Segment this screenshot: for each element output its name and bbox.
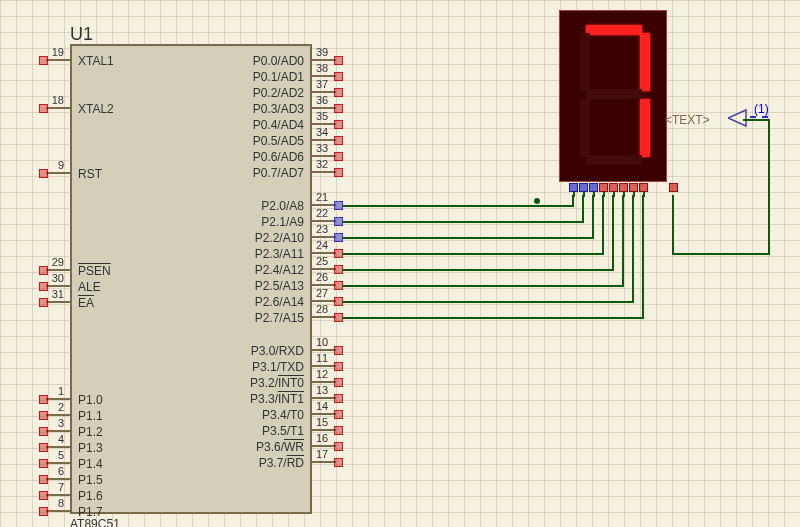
pin-stub xyxy=(312,397,336,399)
pin-label: RST xyxy=(78,167,102,181)
pin-terminal[interactable] xyxy=(334,120,343,129)
display-pin[interactable] xyxy=(629,183,638,192)
pin-label: P2.6/A14 xyxy=(242,295,304,309)
display-pin[interactable] xyxy=(569,183,578,192)
pin-number: 39 xyxy=(316,46,328,58)
pin-terminal[interactable] xyxy=(334,104,343,113)
pin-number: 31 xyxy=(46,288,64,300)
pin-terminal[interactable] xyxy=(39,169,48,178)
pin-label: P2.4/A12 xyxy=(242,263,304,277)
pin-number: 10 xyxy=(316,336,328,348)
pin-terminal[interactable] xyxy=(334,233,343,242)
pin-number: 3 xyxy=(46,417,64,429)
wire xyxy=(672,253,770,255)
pin-terminal[interactable] xyxy=(39,395,48,404)
pin-terminal[interactable] xyxy=(334,362,343,371)
pin-number: 18 xyxy=(46,94,64,106)
pin-terminal[interactable] xyxy=(334,88,343,97)
wire xyxy=(343,301,632,303)
display-pin[interactable] xyxy=(579,183,588,192)
pin-terminal[interactable] xyxy=(334,281,343,290)
display-pin[interactable] xyxy=(599,183,608,192)
display-pin[interactable] xyxy=(669,183,678,192)
pin-terminal[interactable] xyxy=(334,249,343,258)
pin-label: P3.5/T1 xyxy=(242,424,304,438)
pin-terminal[interactable] xyxy=(334,458,343,467)
pin-number: 1 xyxy=(46,385,64,397)
wire xyxy=(642,195,644,319)
pin-label: XTAL2 xyxy=(78,102,114,116)
display-pin[interactable] xyxy=(619,183,628,192)
seven-segment-display[interactable] xyxy=(559,10,667,182)
display-pin[interactable] xyxy=(609,183,618,192)
wire xyxy=(343,253,602,255)
pin-terminal[interactable] xyxy=(39,411,48,420)
segment-d xyxy=(586,155,642,165)
pin-terminal[interactable] xyxy=(334,168,343,177)
pin-terminal[interactable] xyxy=(334,297,343,306)
pin-number: 6 xyxy=(46,465,64,477)
pin-number: 5 xyxy=(46,449,64,461)
pin-label: P3.4/T0 xyxy=(242,408,304,422)
pin-terminal[interactable] xyxy=(39,56,48,65)
probe-label: (1) xyxy=(754,102,769,116)
display-pin[interactable] xyxy=(589,183,598,192)
pin-label: P0.4/AD4 xyxy=(242,118,304,132)
pin-terminal[interactable] xyxy=(39,491,48,500)
pin-terminal[interactable] xyxy=(334,201,343,210)
pin-label: P3.7/RD xyxy=(242,456,304,470)
pin-stub xyxy=(46,478,70,480)
pin-terminal[interactable] xyxy=(39,507,48,516)
pin-terminal[interactable] xyxy=(334,72,343,81)
pin-terminal[interactable] xyxy=(334,217,343,226)
segment-e xyxy=(580,99,590,157)
pin-terminal[interactable] xyxy=(39,475,48,484)
pin-terminal[interactable] xyxy=(39,443,48,452)
wire xyxy=(343,317,642,319)
pin-terminal[interactable] xyxy=(39,459,48,468)
pin-terminal[interactable] xyxy=(334,378,343,387)
voltage-probe-icon[interactable] xyxy=(728,108,752,128)
pin-terminal[interactable] xyxy=(334,346,343,355)
pin-terminal[interactable] xyxy=(334,313,343,322)
pin-terminal[interactable] xyxy=(334,410,343,419)
pin-label: P1.7 xyxy=(78,505,103,519)
pin-number: 14 xyxy=(316,400,328,412)
pin-terminal[interactable] xyxy=(39,427,48,436)
wire xyxy=(768,119,770,255)
text-placeholder[interactable]: <TEXT> xyxy=(665,113,710,127)
pin-number: 19 xyxy=(46,46,64,58)
pin-number: 30 xyxy=(46,272,64,284)
pin-terminal[interactable] xyxy=(334,56,343,65)
pin-number: 12 xyxy=(316,368,328,380)
pin-stub xyxy=(46,269,70,271)
pin-terminal[interactable] xyxy=(334,136,343,145)
pin-stub xyxy=(46,398,70,400)
pin-number: 2 xyxy=(46,401,64,413)
pin-terminal[interactable] xyxy=(39,104,48,113)
pin-stub xyxy=(312,59,336,61)
pin-label: P2.7/A15 xyxy=(242,311,304,325)
pin-terminal[interactable] xyxy=(39,282,48,291)
pin-terminal[interactable] xyxy=(334,265,343,274)
pin-stub xyxy=(312,252,336,254)
pin-terminal[interactable] xyxy=(39,298,48,307)
component-ref[interactable]: U1 xyxy=(70,24,93,45)
pin-stub xyxy=(312,91,336,93)
wire xyxy=(622,195,624,287)
pin-terminal[interactable] xyxy=(39,266,48,275)
pin-number: 4 xyxy=(46,433,64,445)
pin-terminal[interactable] xyxy=(334,394,343,403)
pin-stub xyxy=(312,461,336,463)
pin-number: 37 xyxy=(316,78,328,90)
pin-number: 15 xyxy=(316,416,328,428)
pin-stub xyxy=(46,414,70,416)
pin-number: 7 xyxy=(46,481,64,493)
pin-terminal[interactable] xyxy=(334,152,343,161)
pin-label: P2.5/A13 xyxy=(242,279,304,293)
wire xyxy=(633,192,635,197)
pin-terminal[interactable] xyxy=(334,442,343,451)
pin-label: P2.3/A11 xyxy=(242,247,304,261)
display-pin[interactable] xyxy=(639,183,648,192)
pin-terminal[interactable] xyxy=(334,426,343,435)
